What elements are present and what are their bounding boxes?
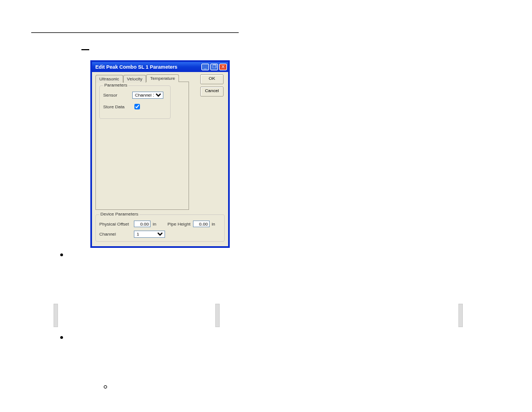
- channel-select[interactable]: 1: [134, 231, 165, 238]
- physical-offset-unit: in: [153, 222, 156, 227]
- window-title: Edit Peak Combo SL 1 Parameters: [95, 64, 200, 70]
- channel-label: Channel: [99, 232, 132, 237]
- device-parameters-legend: Device Parameters: [99, 212, 139, 217]
- dialog-window: Edit Peak Combo SL 1 Parameters _ ❐ X OK…: [90, 60, 230, 248]
- minimize-icon[interactable]: _: [201, 64, 209, 70]
- pipe-height-label: Pipe Height: [167, 222, 190, 227]
- device-row-2: Channel 1: [99, 231, 221, 238]
- store-data-label: Store Data: [103, 104, 129, 109]
- device-parameters-group: Device Parameters Physical Offset in Pip…: [95, 214, 225, 242]
- sensor-label: Sensor: [103, 93, 129, 98]
- bullet-dot: [60, 336, 63, 339]
- tab-velocity[interactable]: Velocity: [123, 75, 147, 83]
- dialog-button-column: OK Cancel: [200, 74, 224, 97]
- sensor-row: Sensor Channel 1: [103, 92, 167, 99]
- tab-panel-temperature: Parameters Sensor Channel 1 Store Data: [95, 82, 189, 210]
- pipe-height-unit: in: [212, 222, 215, 227]
- dialog-client-area: OK Cancel Ultrasonic Velocity Temperatur…: [92, 72, 228, 246]
- margin-marker: [215, 304, 220, 327]
- device-row-1: Physical Offset in Pipe Height in: [99, 221, 221, 227]
- tab-ultrasonic[interactable]: Ultrasonic: [95, 75, 123, 83]
- sensor-select[interactable]: Channel 1: [132, 92, 163, 99]
- cancel-button[interactable]: Cancel: [200, 87, 224, 97]
- physical-offset-label: Physical Offset: [99, 222, 132, 227]
- store-data-checkbox[interactable]: [134, 104, 140, 109]
- dash-mark: [81, 49, 89, 50]
- parameters-group: Parameters Sensor Channel 1 Store Data: [99, 85, 171, 119]
- margin-marker: [54, 304, 58, 327]
- page-divider: [31, 32, 239, 33]
- tab-temperature[interactable]: Temperature: [146, 74, 179, 82]
- physical-offset-input[interactable]: [134, 221, 151, 227]
- margin-marker: [458, 304, 463, 327]
- titlebar[interactable]: Edit Peak Combo SL 1 Parameters _ ❐ X: [92, 62, 228, 72]
- bullet-circle: [104, 385, 107, 389]
- parameters-legend: Parameters: [103, 83, 128, 88]
- ok-button[interactable]: OK: [200, 74, 224, 84]
- pipe-height-input[interactable]: [193, 221, 210, 227]
- close-icon[interactable]: X: [219, 64, 227, 70]
- store-data-row: Store Data: [103, 102, 167, 111]
- bullet-dot: [60, 253, 63, 256]
- maximize-icon[interactable]: ❐: [210, 64, 218, 70]
